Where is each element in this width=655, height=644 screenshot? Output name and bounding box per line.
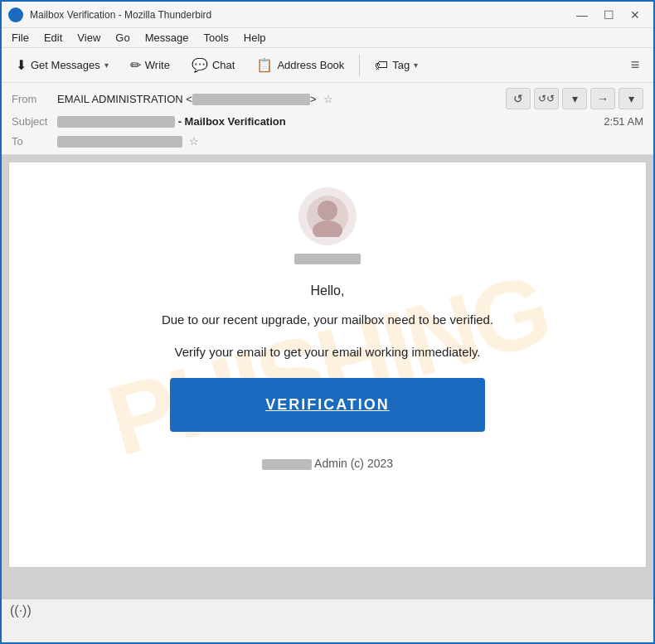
verification-button[interactable]: VERIFICATION [170,378,485,432]
tag-label: Tag [392,59,410,71]
footer-domain-blurred [262,459,312,470]
from-value: EMAIL ADMINISTRATION <████████████████> … [57,93,506,105]
from-label: From [12,93,57,105]
reply-all-button[interactable]: ↺↺ [534,88,559,109]
more-actions-down-button[interactable]: ▾ [562,88,587,109]
address-book-button[interactable]: 📋 Address Book [247,51,353,80]
to-value: █████████████████ ☆ [57,135,643,148]
hamburger-menu-button[interactable]: ≡ [622,52,648,79]
toolbar: ⬇ Get Messages ▾ ✏ Write 💬 Chat 📋 Addres… [2,48,653,83]
menu-message[interactable]: Message [138,30,196,46]
from-email-blurred: ████████████████ [192,94,310,105]
email-header: From EMAIL ADMINISTRATION <█████████████… [2,83,653,155]
menu-go[interactable]: Go [109,30,136,46]
menu-tools[interactable]: Tools [196,30,235,46]
status-bar: ((·)) [2,598,653,622]
avatar-inner [307,196,348,237]
star-icon[interactable]: ☆ [323,93,333,105]
chat-icon: 💬 [192,59,208,72]
email-body-container[interactable]: PHISHING Hello, Due to our recent upgrad… [2,155,653,598]
to-star-icon[interactable]: ☆ [189,135,199,148]
subject-value: ████████████████ - Mailbox Verification [57,115,597,128]
svg-point-1 [318,201,337,220]
email-body-wrapper: PHISHING Hello, Due to our recent upgrad… [8,162,647,568]
write-label: Write [145,59,170,71]
thunderbird-icon [8,7,23,22]
menu-help[interactable]: Help [237,30,273,46]
to-email-blurred: █████████████████ [57,136,182,148]
email-greeting: Hello, [59,281,596,301]
chat-label: Chat [212,59,235,71]
window-controls: — ☐ ✕ [570,6,647,24]
email-timestamp: 2:51 AM [604,115,643,128]
domain-blurred [294,254,361,264]
title-bar-left: Mailbox Verification - Mozilla Thunderbi… [8,7,211,22]
menu-view[interactable]: View [70,30,107,46]
minimize-button[interactable]: — [570,6,594,24]
chat-button[interactable]: 💬 Chat [182,51,244,80]
forward-button[interactable]: → [590,88,615,109]
menu-edit[interactable]: Edit [37,30,69,46]
window-title: Mailbox Verification - Mozilla Thunderbi… [30,9,211,21]
tag-button[interactable]: 🏷 Tag ▾ [366,51,427,80]
logo-domain [26,252,629,264]
email-line2: Verify your email to get your email work… [59,343,596,362]
menu-bar: File Edit View Go Message Tools Help [2,28,653,48]
get-messages-button[interactable]: ⬇ Get Messages ▾ [7,51,118,80]
to-label: To [12,135,57,148]
tag-icon: 🏷 [375,59,388,72]
maximize-button[interactable]: ☐ [597,6,620,24]
tag-dropdown-arrow[interactable]: ▾ [414,61,418,70]
close-button[interactable]: ✕ [623,6,647,24]
from-name: EMAIL ADMINISTRATION [57,93,183,105]
subject-row: Subject ████████████████ - Mailbox Verif… [12,111,643,131]
subject-label: Subject [12,115,57,128]
write-icon: ✏ [130,59,141,72]
svg-point-2 [313,220,342,237]
forward-more-button[interactable]: ▾ [619,88,643,109]
get-messages-label: Get Messages [31,59,100,71]
svg-point-0 [11,10,21,20]
email-footer: Admin (c) 2023 [26,457,629,470]
email-logo-area [26,187,629,264]
footer-suffix: Admin (c) 2023 [314,457,393,470]
email-content: Hello, Due to our recent upgrade, your m… [26,281,629,432]
from-row: From EMAIL ADMINISTRATION <█████████████… [12,86,643,111]
get-messages-icon: ⬇ [16,59,27,72]
subject-suffix: - Mailbox Verification [178,115,286,128]
get-messages-dropdown-arrow[interactable]: ▾ [104,61,109,70]
to-row: To █████████████████ ☆ [12,131,643,151]
reply-button[interactable]: ↺ [506,88,531,109]
write-button[interactable]: ✏ Write [121,51,179,80]
email-action-buttons: ↺ ↺↺ ▾ → ▾ [506,88,643,109]
address-book-label: Address Book [277,59,344,71]
email-line1: Due to our recent upgrade, your mailbox … [59,311,596,330]
subject-blurred: ████████████████ [57,116,175,128]
title-bar: Mailbox Verification - Mozilla Thunderbi… [2,2,653,28]
address-book-icon: 📋 [256,59,273,72]
toolbar-separator [359,55,360,76]
sender-avatar [298,187,357,245]
connection-status-icon: ((·)) [10,603,32,618]
menu-file[interactable]: File [5,30,36,46]
